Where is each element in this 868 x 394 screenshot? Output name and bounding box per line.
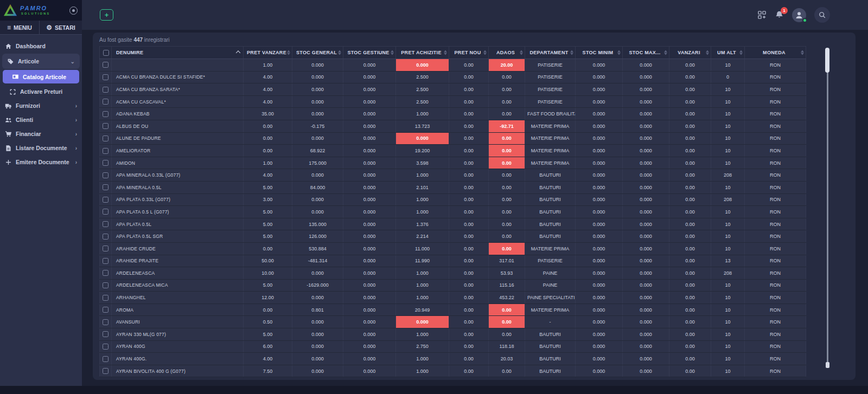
row-checkbox[interactable] (103, 258, 108, 264)
sidebar-item-emitere-documente[interactable]: Emitere Documente› (0, 155, 82, 169)
row-select-cell[interactable] (100, 316, 112, 328)
row-checkbox[interactable] (103, 282, 108, 288)
column-header-pret_achizitie[interactable]: PRET ACHIZITIE (396, 47, 449, 59)
column-header-vanzari[interactable]: VANZARI (669, 47, 711, 59)
scrollbar-thumb[interactable] (825, 48, 829, 73)
table-row[interactable]: AYRAN BIVOLITA 400 G (G077)7.500.0000.00… (100, 365, 806, 377)
row-select-cell[interactable] (100, 218, 112, 230)
row-checkbox[interactable] (103, 368, 108, 374)
select-all-checkbox[interactable] (103, 50, 109, 56)
table-row[interactable]: ALBUS DE OU0.00-0.1750.00013.7230.00-92.… (100, 120, 806, 132)
sidebar-item-activare-preturi[interactable]: Activare Preturi (0, 85, 82, 99)
tab-meniu[interactable]: ≡ MENIU (0, 21, 40, 34)
row-select-cell[interactable] (100, 340, 112, 353)
row-checkbox[interactable] (103, 99, 108, 105)
row-select-cell[interactable] (100, 83, 112, 96)
row-select-cell[interactable] (100, 279, 112, 292)
row-select-cell[interactable] (100, 328, 112, 341)
row-select-cell[interactable] (100, 242, 112, 255)
row-checkbox[interactable] (103, 344, 108, 350)
select-all-header[interactable] (100, 47, 112, 59)
column-header-stoc_minim[interactable]: STOC MINIM (576, 47, 623, 59)
vertical-scrollbar[interactable] (825, 46, 829, 368)
row-select-cell[interactable] (100, 193, 112, 206)
row-checkbox[interactable] (103, 111, 108, 117)
table-row[interactable]: 1.000.0000.0000.0000.0020.00PATISERIE0.0… (100, 59, 806, 72)
row-checkbox[interactable] (103, 246, 108, 251)
sidebar-item-financiar[interactable]: Financiar› (0, 127, 82, 141)
apps-grid-icon[interactable] (757, 10, 767, 20)
row-select-cell[interactable] (100, 145, 112, 157)
row-select-cell[interactable] (100, 71, 112, 83)
bell-icon[interactable]: 1 (775, 10, 784, 20)
row-checkbox[interactable] (103, 197, 108, 203)
table-row[interactable]: ARHANGHEL12.000.0000.0001.0000.00453.22P… (100, 292, 806, 304)
row-select-cell[interactable] (100, 169, 112, 182)
table-row[interactable]: ARDELENEASCA MICA5.00-1629.0000.0001.000… (100, 279, 806, 292)
table-row[interactable]: AYRAN 400G.4.000.0000.0001.0000.0020.03B… (100, 353, 806, 365)
row-select-cell[interactable] (100, 303, 112, 316)
column-header-adaos[interactable]: ADAOS (489, 47, 525, 59)
row-checkbox[interactable] (103, 184, 108, 190)
column-header-pret_nou[interactable]: PRET NOU (449, 47, 489, 59)
column-header-departament[interactable]: DEPARTAMENT (525, 47, 576, 59)
column-header-denumire[interactable]: DENUMIRE (112, 47, 244, 59)
row-select-cell[interactable] (100, 95, 112, 108)
table-row[interactable]: APA MINERALA 0.5L5.0084.0000.0002.1010.0… (100, 181, 806, 193)
row-checkbox[interactable] (103, 148, 108, 154)
table-row[interactable]: AVANSURI0.500.0000.0000.0000.000.00-0.00… (100, 316, 806, 328)
table-row[interactable]: ARAHIDE PRAJITE50.00-481.3140.00011.9900… (100, 255, 806, 267)
column-header-um_alt[interactable]: UM ALT (711, 47, 745, 59)
table-row[interactable]: APA PLATA 0.5L SGR5.00126.0000.0002.2140… (100, 230, 806, 243)
row-select-cell[interactable] (100, 353, 112, 365)
row-checkbox[interactable] (103, 160, 108, 166)
row-checkbox[interactable] (103, 172, 108, 178)
table-row[interactable]: ADANA KEBAB35.000.0000.0001.0000.000.00F… (100, 108, 806, 120)
sidebar-collapse-icon[interactable] (69, 7, 78, 15)
row-select-cell[interactable] (100, 365, 112, 377)
row-checkbox[interactable] (103, 356, 108, 362)
row-select-cell[interactable] (100, 292, 112, 304)
table-row[interactable]: APA PLATA 0.33L (G077)3.000.0000.0001.00… (100, 193, 806, 206)
sidebar-item-listare-documente[interactable]: Listare Documente› (0, 141, 82, 155)
column-header-pret_vanzare[interactable]: PRET VANZARE (244, 47, 292, 59)
row-select-cell[interactable] (100, 206, 112, 218)
table-row[interactable]: ALUNE DE PADURE0.000.0000.0000.0000.000.… (100, 132, 806, 145)
table-row[interactable]: ACMA CU CASCAVAL*4.000.0000.0002.5000.00… (100, 95, 806, 108)
row-checkbox[interactable] (103, 331, 108, 337)
tab-setari[interactable]: ⚙ SETARI (40, 21, 82, 34)
column-header-moneda[interactable]: MONEDA (745, 47, 806, 59)
column-header-stoc_general[interactable]: STOC GENERAL (292, 47, 343, 59)
sidebar-item-catalog-articole[interactable]: Catalog Articole (3, 70, 79, 83)
row-checkbox[interactable] (103, 307, 108, 313)
row-checkbox[interactable] (103, 74, 108, 80)
row-select-cell[interactable] (100, 267, 112, 280)
row-select-cell[interactable] (100, 230, 112, 243)
add-button[interactable]: + (100, 9, 113, 21)
row-select-cell[interactable] (100, 59, 112, 72)
row-select-cell[interactable] (100, 108, 112, 120)
row-checkbox[interactable] (103, 319, 108, 325)
table-row[interactable]: APA PLATA 0.5 L (G077)5.000.0000.0001.00… (100, 206, 806, 218)
row-checkbox[interactable] (103, 135, 108, 141)
sidebar-item-furnizori[interactable]: Furnizori› (0, 99, 82, 113)
row-checkbox[interactable] (103, 234, 108, 240)
sidebar-item-articole[interactable]: Articole⌄ (2, 54, 80, 69)
row-checkbox[interactable] (103, 221, 108, 227)
row-select-cell[interactable] (100, 132, 112, 145)
table-row[interactable]: ARAHIDE CRUDE0.00530.8840.00011.0000.000… (100, 242, 806, 255)
table-row[interactable]: ACMA CU BRANZA SARATA*4.000.0000.0002.50… (100, 83, 806, 96)
row-checkbox[interactable] (103, 295, 108, 301)
table-row[interactable]: APA MINERALA 0.33L (G077)4.000.0000.0001… (100, 169, 806, 182)
row-checkbox[interactable] (103, 87, 108, 93)
sidebar-item-clienti[interactable]: Clienti› (0, 113, 82, 127)
table-row[interactable]: AMIDON1.00175.0000.0003.5980.000.00MATER… (100, 157, 806, 169)
column-header-stoc_max[interactable]: STOC MAX... (623, 47, 669, 59)
row-checkbox[interactable] (103, 209, 108, 215)
column-header-stoc_gestiune[interactable]: STOC GESTIUNE (343, 47, 396, 59)
table-row[interactable]: ARDELENEASCA10.000.0000.0001.0000.0053.9… (100, 267, 806, 280)
table-row[interactable]: AMELIORATOR0.0068.9220.00019.2000.000.00… (100, 145, 806, 157)
table-row[interactable]: AYRAN 330 ML(G 077)5.000.0000.0001.0000.… (100, 328, 806, 341)
table-row[interactable]: AYRAN 400G6.000.0000.0002.7500.00118.18B… (100, 340, 806, 353)
sidebar-item-dashboard[interactable]: Dashboard (0, 39, 82, 53)
